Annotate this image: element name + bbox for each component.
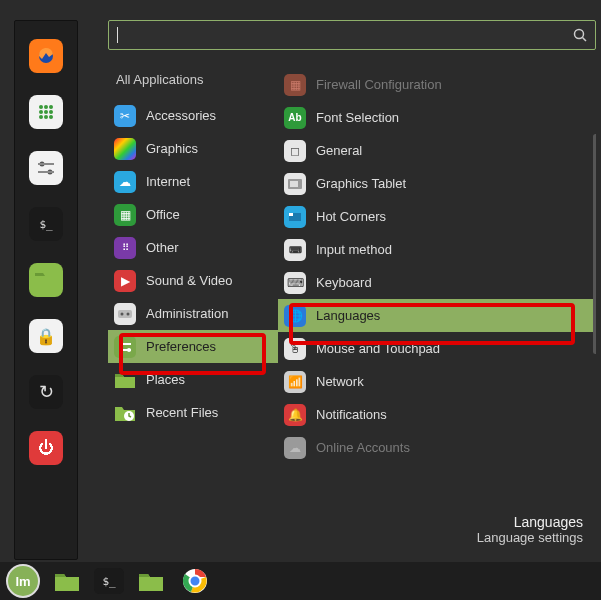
- terminal-icon[interactable]: $_: [29, 207, 63, 241]
- svg-point-14: [575, 30, 584, 39]
- taskbar: lm $_: [0, 562, 601, 600]
- software-icon[interactable]: [29, 95, 63, 129]
- mouse-icon: 🖱: [284, 338, 306, 360]
- svg-rect-16: [118, 310, 132, 318]
- admin-icon: [114, 303, 136, 325]
- svg-point-7: [39, 115, 43, 119]
- app-font-selection[interactable]: Ab Font Selection: [278, 101, 596, 134]
- svg-rect-20: [119, 343, 131, 345]
- search-input[interactable]: [122, 28, 573, 43]
- logout-icon[interactable]: ↻: [29, 375, 63, 409]
- app-label: Font Selection: [316, 110, 399, 125]
- app-hot-corners[interactable]: Hot Corners: [278, 200, 596, 233]
- app-network[interactable]: 📶 Network: [278, 365, 596, 398]
- app-label: Languages: [316, 308, 380, 323]
- category-recent-files[interactable]: Recent Files: [108, 396, 278, 429]
- category-places[interactable]: Places: [108, 363, 278, 396]
- favorites-column: $_ 🔒 ↻ ⏻: [14, 20, 78, 560]
- search-row[interactable]: [108, 20, 596, 50]
- scrollbar[interactable]: [593, 134, 596, 354]
- font-icon: Ab: [284, 107, 306, 129]
- svg-point-8: [44, 115, 48, 119]
- keyboard-icon: ⌨: [284, 272, 306, 294]
- svg-point-1: [39, 105, 43, 109]
- category-label: Administration: [146, 306, 228, 321]
- search-icon: [573, 28, 587, 42]
- app-label: General: [316, 143, 362, 158]
- folder-icon: [114, 369, 136, 391]
- app-graphics-tablet[interactable]: Graphics Tablet: [278, 167, 596, 200]
- svg-point-9: [49, 115, 53, 119]
- category-other[interactable]: ⠿ Other: [108, 231, 278, 264]
- globe-icon: 🌐: [284, 305, 306, 327]
- app-online-accounts[interactable]: ☁ Online Accounts: [278, 431, 596, 464]
- shutdown-icon[interactable]: ⏻: [29, 431, 63, 465]
- preferences-icon: [114, 336, 136, 358]
- svg-point-2: [44, 105, 48, 109]
- category-administration[interactable]: Administration: [108, 297, 278, 330]
- category-internet[interactable]: ☁ Internet: [108, 165, 278, 198]
- categories-header[interactable]: All Applications: [108, 64, 278, 99]
- taskbar-files[interactable]: [50, 566, 84, 596]
- bell-icon: 🔔: [284, 404, 306, 426]
- taskbar-terminal[interactable]: $_: [94, 568, 124, 594]
- app-label: Input method: [316, 242, 392, 257]
- category-label: Sound & Video: [146, 273, 233, 288]
- app-general[interactable]: ◻ General: [278, 134, 596, 167]
- svg-point-18: [127, 312, 130, 315]
- category-sound-video[interactable]: ▶ Sound & Video: [108, 264, 278, 297]
- scissors-icon: ✂: [114, 105, 136, 127]
- recent-icon: [114, 402, 136, 424]
- app-languages[interactable]: 🌐 Languages: [278, 299, 596, 332]
- app-label: Firewall Configuration: [316, 77, 442, 92]
- categories-column: All Applications ✂ Accessories Graphics …: [108, 64, 278, 560]
- svg-point-3: [49, 105, 53, 109]
- category-accessories[interactable]: ✂ Accessories: [108, 99, 278, 132]
- palette-icon: [114, 138, 136, 160]
- lock-icon[interactable]: 🔒: [29, 319, 63, 353]
- cloud-icon: ☁: [284, 437, 306, 459]
- svg-rect-22: [119, 349, 131, 351]
- input-icon: ⌨: [284, 239, 306, 261]
- category-label: Internet: [146, 174, 190, 189]
- app-firewall[interactable]: ▦ Firewall Configuration: [278, 68, 596, 101]
- svg-rect-27: [289, 213, 293, 216]
- files-icon[interactable]: [29, 263, 63, 297]
- app-label: Online Accounts: [316, 440, 410, 455]
- app-label: Notifications: [316, 407, 387, 422]
- play-icon: ▶: [114, 270, 136, 292]
- category-label: Recent Files: [146, 405, 218, 420]
- app-input-method[interactable]: ⌨ Input method: [278, 233, 596, 266]
- app-mouse-touchpad[interactable]: 🖱 Mouse and Touchpad: [278, 332, 596, 365]
- app-label: Mouse and Touchpad: [316, 341, 440, 356]
- svg-rect-13: [38, 171, 54, 173]
- category-preferences[interactable]: Preferences: [108, 330, 278, 363]
- firefox-icon[interactable]: [29, 39, 63, 73]
- settings-icon[interactable]: [29, 151, 63, 185]
- app-label: Network: [316, 374, 364, 389]
- svg-rect-25: [290, 181, 298, 187]
- firewall-icon: ▦: [284, 74, 306, 96]
- footer-title: Languages: [477, 514, 583, 530]
- menu-main: All Applications ✂ Accessories Graphics …: [78, 20, 596, 560]
- folder-icon: [138, 570, 164, 592]
- svg-rect-11: [38, 163, 54, 165]
- svg-point-17: [121, 312, 124, 315]
- app-menu: $_ 🔒 ↻ ⏻ All Applications ✂ Accessories: [14, 20, 596, 560]
- taskbar-files-2[interactable]: [134, 566, 168, 596]
- category-label: Accessories: [146, 108, 216, 123]
- app-label: Hot Corners: [316, 209, 386, 224]
- app-label: Graphics Tablet: [316, 176, 406, 191]
- spreadsheet-icon: ▦: [114, 204, 136, 226]
- category-label: Preferences: [146, 339, 216, 354]
- corners-icon: [284, 206, 306, 228]
- category-office[interactable]: ▦ Office: [108, 198, 278, 231]
- general-icon: ◻: [284, 140, 306, 162]
- start-menu-button[interactable]: lm: [6, 566, 40, 596]
- category-graphics[interactable]: Graphics: [108, 132, 278, 165]
- grid-icon: ⠿: [114, 237, 136, 259]
- app-keyboard[interactable]: ⌨ Keyboard: [278, 266, 596, 299]
- app-notifications[interactable]: 🔔 Notifications: [278, 398, 596, 431]
- mint-logo-icon: lm: [6, 564, 40, 598]
- taskbar-chrome[interactable]: [178, 566, 212, 596]
